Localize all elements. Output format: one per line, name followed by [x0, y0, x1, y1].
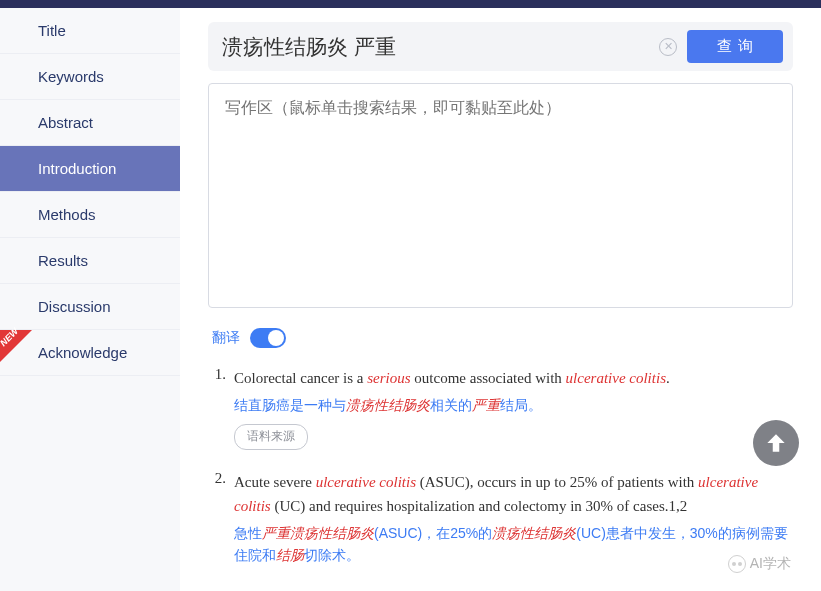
- wechat-icon: [728, 555, 746, 573]
- result-chinese: 结直肠癌是一种与溃疡性结肠炎相关的严重结局。: [234, 394, 793, 416]
- new-ribbon-icon: NEW: [0, 330, 32, 362]
- sidebar-item-acknowledge[interactable]: NEW Acknowledge: [0, 330, 180, 376]
- result-english: Acute severe ulcerative colitis (ASUC), …: [234, 470, 793, 518]
- arrow-up-icon: [763, 430, 789, 456]
- search-row: ✕ 查询: [208, 22, 793, 71]
- search-input[interactable]: [222, 35, 649, 59]
- clear-icon[interactable]: ✕: [659, 38, 677, 56]
- translate-toggle[interactable]: [250, 328, 286, 348]
- sidebar-item-methods[interactable]: Methods: [0, 192, 180, 238]
- scroll-top-button[interactable]: [753, 420, 799, 466]
- sidebar-item-title[interactable]: Title: [0, 8, 180, 54]
- writing-area[interactable]: [208, 83, 793, 308]
- sidebar-item-discussion[interactable]: Discussion: [0, 284, 180, 330]
- top-bar: [0, 0, 821, 8]
- main-content: ✕ 查询 翻译 1. Colorectal cancer is a seriou…: [180, 8, 821, 591]
- sidebar-item-keywords[interactable]: Keywords: [0, 54, 180, 100]
- result-english: Colorectal cancer is a serious outcome a…: [234, 366, 793, 390]
- sidebar-item-results[interactable]: Results: [0, 238, 180, 284]
- result-chinese: 急性严重溃疡性结肠炎(ASUC)，在25%的溃疡性结肠炎(UC)患者中发生，30…: [234, 522, 793, 567]
- sidebar-item-abstract[interactable]: Abstract: [0, 100, 180, 146]
- watermark: AI学术: [728, 555, 791, 573]
- result-number: 1.: [208, 366, 234, 450]
- sidebar-item-label: Acknowledge: [38, 344, 127, 361]
- sidebar-item-introduction[interactable]: Introduction: [0, 146, 180, 192]
- source-button[interactable]: 语料来源: [234, 424, 308, 449]
- result-number: 2.: [208, 470, 234, 567]
- translate-label: 翻译: [212, 329, 240, 347]
- result-item[interactable]: 2. Acute severe ulcerative colitis (ASUC…: [208, 470, 793, 567]
- sidebar: Title Keywords Abstract Introduction Met…: [0, 8, 180, 591]
- translate-row: 翻译: [212, 328, 793, 348]
- result-item[interactable]: 1. Colorectal cancer is a serious outcom…: [208, 366, 793, 450]
- search-button[interactable]: 查询: [687, 30, 783, 63]
